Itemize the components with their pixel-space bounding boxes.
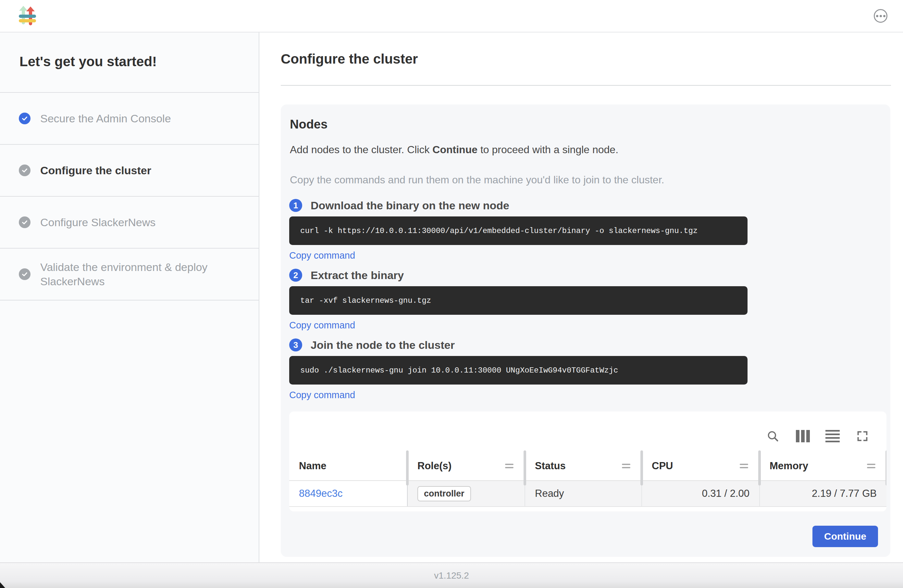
footer-bar: v1.125.2 [0,562,903,588]
logo-teal-bar [19,14,36,18]
node-memory-cell: 2.19 / 7.77 GB [760,481,886,506]
logo-red-arrow-head [26,6,35,11]
table-footer-spacer [289,507,886,511]
step-1-copy-command-link[interactable]: Copy command [289,250,355,261]
check-circle-icon [19,113,30,124]
column-menu-icon[interactable] [505,464,513,468]
check-circle-icon [19,217,30,228]
node-status-cell: Ready [525,481,642,506]
more-options-button[interactable] [874,9,887,23]
content-area: Let's get you started! Secure the Admin … [0,33,903,562]
mouse-cursor [0,582,5,588]
nodes-table-panel: Name Role(s) Status [289,412,886,511]
step-1-number-badge: 1 [289,199,302,212]
page-title: Configure the cluster [281,51,903,67]
step-3-command-block: sudo ./slackernews-gnu join 10.0.0.11:30… [289,356,747,385]
role-chip: controller [417,486,471,502]
table-toolbar [289,412,886,452]
title-divider [281,85,891,86]
sidebar-step-label: Validate the environment & deploy Slacke… [40,260,241,288]
sidebar-step-configure-slackernews[interactable]: Configure SlackerNews [0,197,259,248]
node-name-link[interactable]: 8849ec3c [299,488,343,499]
columns-icon[interactable] [796,429,810,443]
setup-steps-sidebar: Let's get you started! Secure the Admin … [0,33,260,562]
step-2-title: Extract the binary [311,269,404,281]
column-resize-handle[interactable] [640,450,643,486]
sidebar-step-label: Configure the cluster [40,163,151,178]
step-3-heading: 3 Join the node to the cluster [289,338,882,351]
column-menu-icon[interactable] [740,464,748,468]
continue-emphasis: Continue [433,144,477,156]
sidebar-step-secure-admin-console[interactable]: Secure the Admin Console [0,93,259,145]
step-2-heading: 2 Extract the binary [289,269,882,281]
sidebar-title: Let's get you started! [0,33,259,93]
column-resize-handle[interactable] [406,450,409,486]
node-cpu-cell: 0.31 / 2.00 [642,481,760,506]
fullscreen-icon[interactable] [855,429,870,443]
column-menu-icon[interactable] [622,464,630,468]
continue-button[interactable]: Continue [812,526,878,547]
step-2-copy-command-link[interactable]: Copy command [289,320,355,331]
column-header-memory[interactable]: Memory [760,452,886,480]
version-label: v1.125.2 [434,571,469,581]
column-resize-handle[interactable] [524,450,526,486]
admin-console-page: Let's get you started! Secure the Admin … [0,0,903,588]
join-instruction-text: Copy the commands and run them on the ma… [290,174,881,186]
card-actions: Continue [289,526,882,547]
column-menu-icon[interactable] [867,464,875,468]
step-1-command-block: curl -k https://10.0.0.11:30000/api/v1/e… [289,217,747,245]
main-panel: Configure the cluster Nodes Add nodes to… [260,33,903,562]
sidebar-step-label: Secure the Admin Console [40,111,171,126]
step-2-number-badge: 2 [289,269,302,281]
search-icon[interactable] [766,429,780,443]
column-header-name[interactable]: Name [289,452,408,480]
node-name-cell: 8849ec3c [289,481,408,506]
nodes-heading: Nodes [290,118,881,131]
top-header-bar [0,0,903,33]
nodes-intro-text: Add nodes to the cluster. Click Continue… [290,144,881,156]
logo-yellow-bar [19,19,36,22]
column-resize-handle[interactable] [758,450,761,486]
sidebar-step-label: Configure SlackerNews [40,215,156,230]
step-3-copy-command-link[interactable]: Copy command [289,390,355,401]
sidebar-step-validate-deploy[interactable]: Validate the environment & deploy Slacke… [0,248,259,300]
node-table-row: 8849ec3c controller Ready 0.31 / 2.00 2.… [289,481,886,507]
column-header-status[interactable]: Status [525,452,642,480]
table-header-row: Name Role(s) Status [289,452,886,481]
step-1-title: Download the binary on the new node [311,199,509,212]
node-roles-cell: controller [408,481,525,506]
step-3-title: Join the node to the cluster [311,339,455,351]
column-resize-handle[interactable] [886,450,886,486]
step-2-command-block: tar -xvf slackernews-gnu.tgz [289,286,747,315]
sidebar-step-configure-cluster[interactable]: Configure the cluster [0,145,259,197]
column-header-cpu[interactable]: CPU [642,452,760,480]
ellipsis-icon [876,15,878,17]
step-1-heading: 1 Download the binary on the new node [289,199,882,212]
step-3-number-badge: 3 [289,338,302,351]
nodes-card: Nodes Add nodes to the cluster. Click Co… [281,104,890,557]
column-header-roles[interactable]: Role(s) [408,452,525,480]
density-icon[interactable] [826,429,840,443]
check-circle-icon [19,165,30,176]
slackernews-logo-icon [19,6,36,26]
check-circle-icon [19,268,30,280]
